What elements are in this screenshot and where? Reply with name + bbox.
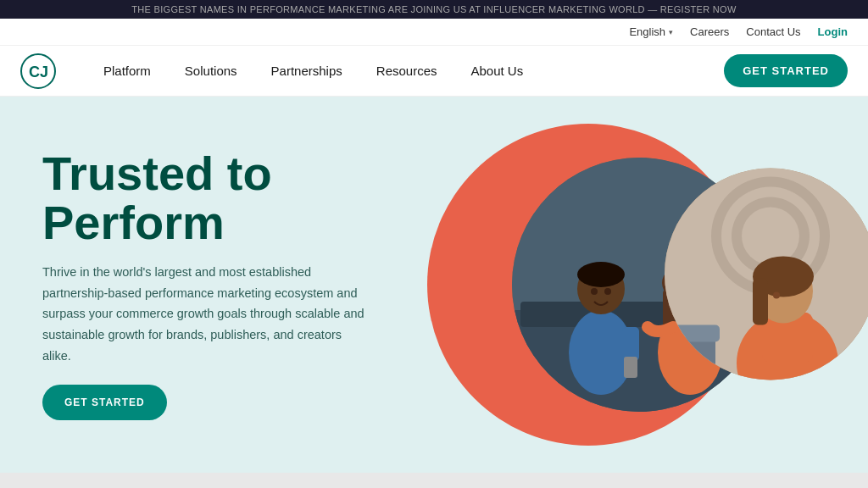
svg-rect-9 (622, 327, 639, 361)
announcement-bar: THE BIGGEST NAMES IN PERFORMANCE MARKETI… (0, 0, 868, 19)
svg-point-8 (604, 288, 611, 295)
hero-title: Trusted to Perform (42, 149, 373, 249)
svg-point-6 (577, 262, 625, 287)
hero-content: Trusted to Perform Thrive in the world's… (0, 97, 415, 473)
svg-rect-30 (753, 279, 768, 325)
nav-resources[interactable]: Resources (363, 57, 451, 85)
nav-solutions[interactable]: Solutions (171, 57, 251, 85)
svg-point-25 (742, 208, 799, 265)
hero-title-line2: Perform (42, 196, 225, 249)
hero-visual (393, 97, 868, 473)
announcement-text: THE BIGGEST NAMES IN PERFORMANCE MARKETI… (131, 4, 736, 14)
nav-platform[interactable]: Platform (90, 57, 164, 85)
svg-point-7 (591, 288, 598, 295)
nav-partnerships[interactable]: Partnerships (258, 57, 356, 85)
logo-icon: CJ (20, 53, 56, 89)
login-link[interactable]: Login (818, 25, 848, 38)
hero-title-line1: Trusted to (42, 147, 272, 200)
main-nav: CJ Platform Solutions Partnerships Resou… (0, 46, 868, 97)
nav-get-started-button[interactable]: GET STARTED (724, 54, 848, 87)
chevron-down-icon: ▾ (669, 28, 673, 36)
hero-image-right (665, 169, 868, 380)
hero-section: Trusted to Perform Thrive in the world's… (0, 97, 868, 473)
svg-text:CJ: CJ (29, 64, 48, 80)
nav-about-us[interactable]: About Us (458, 57, 537, 85)
logo[interactable]: CJ (20, 53, 56, 89)
hero-get-started-button[interactable]: GET STARTED (42, 385, 167, 420)
language-label: English (629, 25, 665, 38)
utility-nav: English ▾ Careers Contact Us Login (0, 19, 868, 46)
nav-links: Platform Solutions Partnerships Resource… (90, 57, 724, 85)
contact-us-link[interactable]: Contact Us (746, 25, 800, 38)
hero-description: Thrive in the world's largest and most e… (42, 262, 373, 366)
svg-rect-10 (624, 357, 637, 378)
language-selector[interactable]: English ▾ (629, 25, 673, 38)
svg-point-31 (773, 292, 780, 299)
people-illustration-right (665, 169, 868, 380)
careers-link[interactable]: Careers (690, 25, 729, 38)
